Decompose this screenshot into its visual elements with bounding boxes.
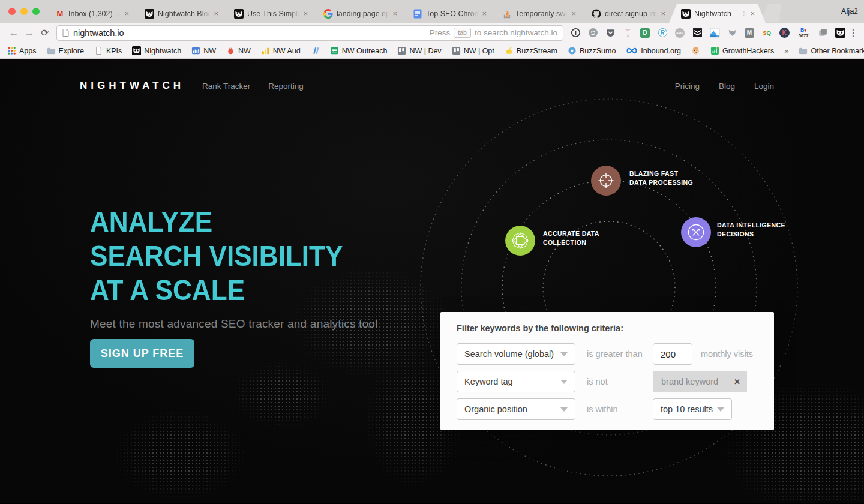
tab-title: Nightwatch Blog | [158, 10, 210, 18]
other-bookmarks[interactable]: Other Bookmarks [799, 46, 864, 55]
bookmark-nw-charts[interactable]: NW [191, 46, 216, 55]
sq-extension-icon[interactable]: SQ [761, 26, 773, 40]
nightwatch-owl-extension-icon[interactable] [834, 26, 846, 40]
tab-close-icon[interactable]: × [482, 10, 487, 17]
data-processing-circle [591, 166, 621, 196]
nav-reporting[interactable]: Reporting [268, 82, 304, 91]
bookmark-label: Explore [59, 47, 84, 55]
bookmark-nw-aud[interactable]: NW Aud [261, 46, 301, 55]
bookmark-label: NW | Opt [464, 47, 494, 55]
faded-palm-extension-icon[interactable] [622, 26, 634, 40]
grey-m-extension-icon[interactable]: M [743, 26, 755, 40]
tabs: M Inbox (1,302) - alj × Nightwatch Blog … [43, 4, 781, 23]
black-flag-extension-icon[interactable] [691, 26, 703, 40]
nav-login[interactable]: Login [754, 82, 774, 91]
field-select-search-volume[interactable]: Search volume (global) [457, 343, 575, 365]
field-select-organic-position[interactable]: Organic position [457, 398, 575, 420]
minimize-window-button[interactable] [20, 8, 28, 15]
value-suffix: monthly visits [701, 343, 753, 365]
tab-nightwatch-active[interactable]: Nightwatch — Sea × [669, 4, 766, 23]
toolbar: ← → ⟳ nightwatch.io Press tab to search … [0, 23, 864, 43]
feature-label-line: COLLECTION [543, 238, 599, 247]
bookmark-inbound[interactable]: Inbound.org [626, 47, 681, 55]
tab-temporarily-switch[interactable]: Temporarily switch × [490, 4, 587, 23]
bookmark-kpis[interactable]: KPIs [94, 46, 122, 55]
site-header: NIGHTWATCH Rank Tracker Reporting Pricin… [0, 71, 864, 101]
tab-close-icon[interactable]: × [303, 10, 308, 17]
bookmark-buzzsumo[interactable]: BuzzSumo [568, 46, 616, 55]
main-nav: Rank Tracker Reporting [202, 82, 304, 91]
bookmark-nw-opt[interactable]: NW | Opt [452, 46, 494, 55]
site-logo[interactable]: NIGHTWATCH [80, 80, 184, 92]
bookmark-buzzstream[interactable]: BuzzStream [505, 46, 557, 55]
tab-close-icon[interactable]: × [661, 10, 665, 17]
bookmark-blue-slashes[interactable] [311, 46, 320, 55]
filter-row-organic-position: Organic position is within top 10 result… [440, 398, 774, 420]
tab-nightwatch-blog[interactable]: Nightwatch Blog | × [133, 4, 229, 23]
field-select-keyword-tag[interactable]: Keyword tag [457, 371, 575, 392]
tab-landing-page[interactable]: landing page optim × [311, 4, 408, 23]
filter-row-search-volume: Search volume (global) is greater than m… [440, 343, 774, 365]
blue-landscape-extension-icon[interactable] [709, 26, 721, 40]
feature-label-line: DECISIONS [717, 230, 785, 239]
value-select-top-results[interactable]: top 10 results [653, 398, 732, 420]
browser-window: M Inbox (1,302) - alj × Nightwatch Blog … [0, 0, 864, 504]
search-hint: Press tab to search nightwatch.io [430, 28, 557, 38]
tab-close-icon[interactable]: × [214, 10, 218, 17]
windows-extension-icon[interactable] [817, 26, 829, 40]
tab-close-icon[interactable]: × [750, 10, 755, 17]
filter-card-title: Filter keywords by the following criteri… [457, 323, 623, 333]
remove-tag-icon[interactable]: ✕ [727, 371, 747, 392]
bookmark-label: NW [203, 47, 216, 55]
bookmark-nw-outreach[interactable]: NW Outreach [330, 46, 388, 55]
abp-extension-icon[interactable]: ABP [674, 26, 686, 40]
reload-button[interactable]: ⟳ [37, 27, 53, 38]
sync-circle-extension-icon[interactable] [587, 26, 599, 40]
bookmark-growthhackers[interactable]: GrowthHackers [710, 46, 774, 55]
grey-wolf-extension-icon[interactable] [726, 26, 738, 40]
info-circle-extension-icon[interactable] [569, 26, 581, 40]
back-button[interactable]: ← [6, 27, 22, 39]
secondary-nav: Pricing Blog Login [675, 82, 774, 91]
pocket-extension-icon[interactable] [604, 26, 616, 40]
keyword-badge-extension-icon[interactable]: B▾ 5677 [796, 26, 811, 40]
close-window-button[interactable] [8, 8, 16, 15]
tab-close-icon[interactable]: × [571, 10, 576, 17]
bookmark-label: BuzzStream [517, 47, 557, 55]
tab-close-icon[interactable]: × [392, 10, 397, 17]
bookmark-apps[interactable]: Apps [7, 46, 37, 55]
bookmark-face-emoji[interactable] [691, 46, 700, 55]
relation-text: is greater than [587, 343, 643, 365]
bookmark-nw-dev[interactable]: NW | Dev [397, 46, 441, 55]
bookmark-nw-flame[interactable]: NW [226, 46, 251, 55]
other-bookmarks-label: Other Bookmarks [811, 47, 864, 55]
tab-inbox[interactable]: M Inbox (1,302) - alj × [43, 4, 140, 23]
navy-k-extension-icon[interactable]: K [778, 26, 790, 40]
tab-title: Use This Simple T [247, 10, 299, 18]
tab-use-this-simple[interactable]: Use This Simple T × [222, 4, 319, 23]
nav-rank-tracker[interactable]: Rank Tracker [202, 82, 250, 91]
google-icon [323, 9, 333, 19]
tab-direct-signup[interactable]: direct signup impr × [580, 4, 676, 23]
data-intelligence-label: DATA INTELLIGENCE DECISIONS [717, 221, 785, 239]
value-input[interactable] [653, 343, 692, 365]
address-bar[interactable]: nightwatch.io Press tab to search nightw… [56, 25, 563, 41]
zoom-window-button[interactable] [32, 8, 40, 15]
tag-label: brand keyword [653, 371, 727, 392]
bookmark-explore[interactable]: Explore [47, 46, 84, 55]
nav-pricing[interactable]: Pricing [675, 82, 700, 91]
hero-section: ANALYZE SEARCH VISIBILITY AT A SCALE Mee… [90, 205, 378, 368]
forward-button[interactable]: → [22, 27, 37, 39]
blue-r-extension-icon[interactable]: R [656, 26, 668, 40]
green-d-extension-icon[interactable]: D [639, 26, 651, 40]
sign-up-free-button[interactable]: SIGN UP FREE [90, 339, 194, 368]
tab-close-icon[interactable]: × [124, 10, 129, 17]
tab-top-seo-chrome[interactable]: Top SEO Chrome E × [401, 4, 497, 23]
nav-blog[interactable]: Blog [719, 82, 735, 91]
chrome-menu-icon[interactable]: ⋮ [848, 27, 858, 38]
bookmark-nightwatch[interactable]: Nightwatch [132, 46, 181, 55]
chevron-down-icon [560, 352, 568, 356]
filter-card: Filter keywords by the following criteri… [440, 312, 774, 430]
bookmarks-overflow-chevron[interactable]: » [784, 46, 788, 55]
profile-name[interactable]: Aljaž [841, 7, 858, 16]
